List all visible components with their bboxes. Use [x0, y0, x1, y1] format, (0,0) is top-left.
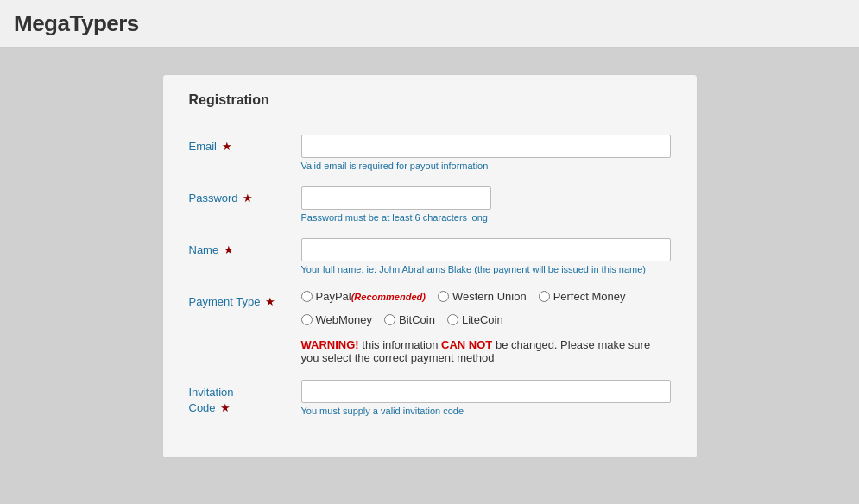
- name-row: Name ★ Your full name, ie: John Abrahams…: [189, 238, 671, 274]
- radio-bitcoin[interactable]: [384, 314, 395, 325]
- payment-option-perfect-money: Perfect Money: [539, 290, 626, 303]
- form-title: Registration: [189, 92, 671, 117]
- password-hint: Password must be at least 6 characters l…: [301, 212, 671, 223]
- password-row: Password ★ Password must be at least 6 c…: [189, 186, 671, 223]
- payment-options: PayPal(Recommended) Western Union Perfec…: [301, 290, 671, 330]
- payment-type-row: Payment Type ★ PayPal(Recommended) Weste…: [189, 290, 671, 364]
- payment-type-field-container: PayPal(Recommended) Western Union Perfec…: [301, 290, 671, 364]
- warning-cannot: CAN NOT: [441, 338, 492, 351]
- radio-paypal[interactable]: [301, 291, 313, 302]
- brand-part2: Typers: [69, 10, 138, 36]
- payment-option-bitcoin: BitCoin: [384, 313, 435, 326]
- email-required: ★: [218, 140, 232, 153]
- password-input[interactable]: [301, 186, 491, 210]
- label-litecoin[interactable]: LiteCoin: [462, 313, 503, 326]
- invitation-field-container: You must supply a valid invitation code: [301, 380, 671, 416]
- password-required: ★: [240, 192, 254, 205]
- invitation-required: ★: [218, 401, 231, 414]
- radio-litecoin[interactable]: [447, 314, 458, 325]
- warning-text-middle: this information: [362, 338, 441, 351]
- radio-western-union[interactable]: [438, 291, 449, 302]
- payment-warning: WARNING! this information CAN NOT be cha…: [301, 338, 671, 364]
- payment-required: ★: [262, 295, 275, 308]
- radio-webmoney[interactable]: [301, 314, 313, 325]
- radio-perfect-money[interactable]: [539, 291, 550, 302]
- registration-card: Registration Email ★ Valid email is requ…: [162, 74, 698, 458]
- label-bitcoin[interactable]: BitCoin: [399, 313, 435, 326]
- name-hint: Your full name, ie: John Abrahams Blake …: [301, 264, 671, 274]
- email-row: Email ★ Valid email is required for payo…: [189, 135, 671, 171]
- payment-option-litecoin: LiteCoin: [447, 313, 503, 326]
- password-field-container: Password must be at least 6 characters l…: [301, 186, 671, 223]
- invitation-code-row: Invitation Code ★ You must supply a vali…: [189, 380, 671, 416]
- name-required: ★: [220, 243, 234, 256]
- name-label: Name ★: [189, 238, 301, 256]
- email-label: Email ★: [189, 135, 301, 153]
- label-perfect-money[interactable]: Perfect Money: [553, 290, 626, 303]
- header: MegaTypers: [0, 0, 859, 48]
- payment-option-webmoney: WebMoney: [301, 313, 373, 326]
- payment-option-paypal: PayPal(Recommended): [301, 290, 426, 303]
- recommended-badge: (Recommended): [351, 292, 426, 302]
- password-label: Password ★: [189, 186, 301, 205]
- brand-logo: MegaTypers: [14, 10, 845, 37]
- warning-prefix: WARNING!: [301, 338, 359, 351]
- label-webmoney[interactable]: WebMoney: [316, 313, 373, 326]
- main-content: Registration Email ★ Valid email is requ…: [0, 48, 859, 484]
- name-input[interactable]: [301, 238, 671, 261]
- email-input[interactable]: [301, 135, 671, 158]
- invitation-code-input[interactable]: [301, 380, 671, 403]
- email-field-container: Valid email is required for payout infor…: [301, 135, 671, 171]
- brand-part1: Mega: [14, 10, 69, 36]
- invitation-hint: You must supply a valid invitation code: [301, 406, 671, 416]
- label-western-union[interactable]: Western Union: [452, 290, 527, 303]
- payment-option-western-union: Western Union: [438, 290, 527, 303]
- invitation-code-label: Invitation Code ★: [189, 380, 301, 416]
- name-field-container: Your full name, ie: John Abrahams Blake …: [301, 238, 671, 274]
- payment-type-label: Payment Type ★: [189, 290, 301, 308]
- label-paypal[interactable]: PayPal(Recommended): [316, 290, 426, 303]
- email-hint: Valid email is required for payout infor…: [301, 161, 671, 171]
